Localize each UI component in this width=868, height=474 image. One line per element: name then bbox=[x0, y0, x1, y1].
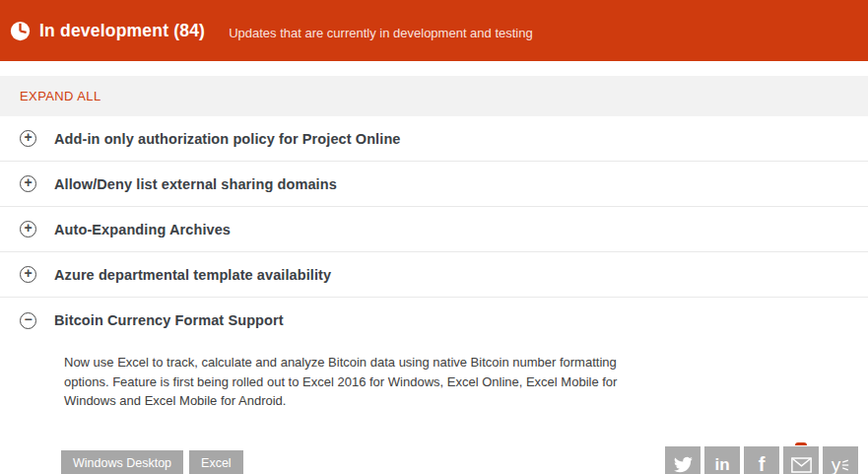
in-development-header: In development (84) Updates that are cur… bbox=[0, 0, 868, 61]
list-item-auto-expanding-archives[interactable]: + Auto-Expanding Archives bbox=[0, 207, 868, 252]
share-icon-list: in f y bbox=[665, 446, 858, 474]
tag-list: Windows Desktop Excel bbox=[61, 450, 243, 474]
bitcoin-item-body: Now use Excel to track, calculate and an… bbox=[0, 353, 868, 474]
tag-excel[interactable]: Excel bbox=[189, 450, 243, 474]
list-item-bitcoin-currency-format: − Bitcoin Currency Format Support Now us… bbox=[0, 298, 868, 474]
expand-plus-icon[interactable]: + bbox=[20, 221, 36, 237]
twitter-icon[interactable] bbox=[665, 446, 701, 474]
item-title: Bitcoin Currency Format Support bbox=[54, 312, 284, 328]
header-divider-gap bbox=[0, 61, 868, 76]
updates-list: + Add-in only authorization policy for P… bbox=[0, 116, 868, 474]
bitcoin-item-header[interactable]: − Bitcoin Currency Format Support bbox=[0, 298, 868, 343]
orange-notch-artifact bbox=[795, 442, 807, 445]
facebook-icon[interactable]: f bbox=[744, 446, 779, 474]
tag-windows-desktop[interactable]: Windows Desktop bbox=[61, 450, 183, 474]
expand-plus-icon[interactable]: + bbox=[20, 266, 36, 283]
list-item-azure-departmental-template[interactable]: + Azure departmental template availabili… bbox=[0, 252, 868, 298]
expand-plus-icon[interactable]: + bbox=[20, 130, 36, 147]
page-title: In development (84) bbox=[39, 21, 205, 41]
collapse-minus-icon[interactable]: − bbox=[20, 312, 36, 329]
list-item-addin-authorization[interactable]: + Add-in only authorization policy for P… bbox=[0, 116, 868, 162]
expand-plus-icon[interactable]: + bbox=[20, 175, 36, 192]
item-title: Azure departmental template availability bbox=[54, 267, 331, 283]
linkedin-icon[interactable]: in bbox=[704, 446, 740, 474]
expand-all-button[interactable]: EXPAND ALL bbox=[20, 89, 101, 103]
list-item-allow-deny-list[interactable]: + Allow/Deny list external sharing domai… bbox=[0, 162, 868, 207]
expand-all-bar: EXPAND ALL bbox=[0, 76, 868, 116]
yammer-icon[interactable]: y bbox=[823, 446, 858, 474]
item-title: Auto-Expanding Archives bbox=[54, 222, 231, 237]
item-title: Allow/Deny list external sharing domains bbox=[54, 176, 337, 192]
item-footer: Windows Desktop Excel in f bbox=[61, 446, 858, 474]
email-icon[interactable] bbox=[783, 446, 819, 474]
item-title: Add-in only authorization policy for Pro… bbox=[54, 131, 401, 147]
page-subtitle: Updates that are currently in developmen… bbox=[229, 22, 533, 40]
item-description: Now use Excel to track, calculate and an… bbox=[64, 353, 651, 411]
clock-icon bbox=[10, 21, 31, 41]
